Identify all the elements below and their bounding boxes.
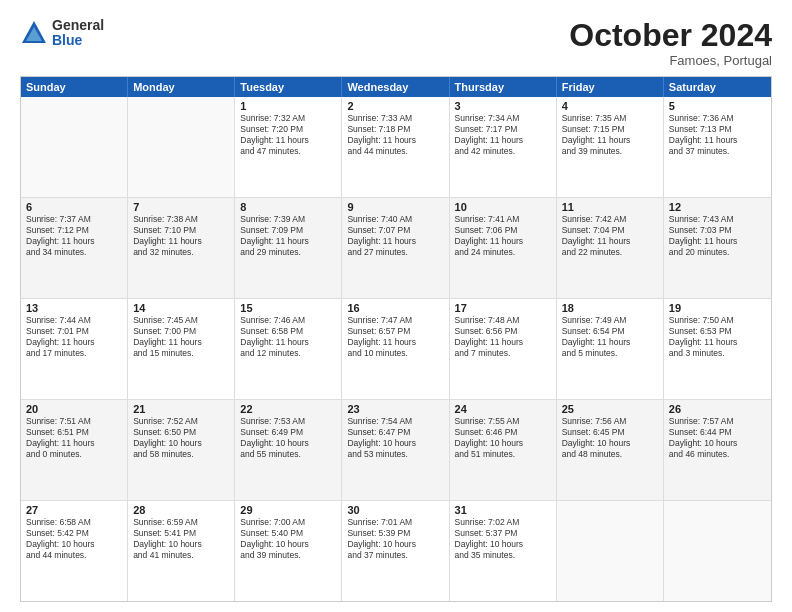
cell-line: Daylight: 10 hours xyxy=(133,539,229,550)
calendar-row: 6Sunrise: 7:37 AMSunset: 7:12 PMDaylight… xyxy=(21,197,771,298)
cell-line: and 37 minutes. xyxy=(669,146,766,157)
calendar-cell: 16Sunrise: 7:47 AMSunset: 6:57 PMDayligh… xyxy=(342,299,449,399)
cell-line: Daylight: 10 hours xyxy=(240,539,336,550)
calendar-cell: 9Sunrise: 7:40 AMSunset: 7:07 PMDaylight… xyxy=(342,198,449,298)
day-number: 7 xyxy=(133,201,229,213)
day-number: 26 xyxy=(669,403,766,415)
cell-line: and 55 minutes. xyxy=(240,449,336,460)
header-day: Monday xyxy=(128,77,235,97)
day-number: 21 xyxy=(133,403,229,415)
day-number: 6 xyxy=(26,201,122,213)
cell-line: Daylight: 10 hours xyxy=(455,539,551,550)
calendar-cell: 1Sunrise: 7:32 AMSunset: 7:20 PMDaylight… xyxy=(235,97,342,197)
calendar-cell: 5Sunrise: 7:36 AMSunset: 7:13 PMDaylight… xyxy=(664,97,771,197)
cell-line: Sunset: 6:53 PM xyxy=(669,326,766,337)
cell-line: Daylight: 10 hours xyxy=(347,438,443,449)
cell-line: Sunset: 6:49 PM xyxy=(240,427,336,438)
cell-line: and 44 minutes. xyxy=(347,146,443,157)
calendar-cell: 28Sunrise: 6:59 AMSunset: 5:41 PMDayligh… xyxy=(128,501,235,601)
logo-text: General Blue xyxy=(52,18,104,49)
calendar-cell xyxy=(21,97,128,197)
cell-line: and 12 minutes. xyxy=(240,348,336,359)
day-number: 16 xyxy=(347,302,443,314)
logo-blue: Blue xyxy=(52,33,104,48)
cell-line: and 32 minutes. xyxy=(133,247,229,258)
cell-line: Sunset: 7:17 PM xyxy=(455,124,551,135)
calendar-cell: 19Sunrise: 7:50 AMSunset: 6:53 PMDayligh… xyxy=(664,299,771,399)
day-number: 14 xyxy=(133,302,229,314)
day-number: 24 xyxy=(455,403,551,415)
calendar-row: 20Sunrise: 7:51 AMSunset: 6:51 PMDayligh… xyxy=(21,399,771,500)
cell-line: and 39 minutes. xyxy=(240,550,336,561)
day-number: 12 xyxy=(669,201,766,213)
calendar-cell: 22Sunrise: 7:53 AMSunset: 6:49 PMDayligh… xyxy=(235,400,342,500)
cell-line: Sunrise: 7:39 AM xyxy=(240,214,336,225)
cell-line: Sunrise: 7:01 AM xyxy=(347,517,443,528)
cell-line: Daylight: 11 hours xyxy=(562,236,658,247)
calendar-row: 13Sunrise: 7:44 AMSunset: 7:01 PMDayligh… xyxy=(21,298,771,399)
cell-line: and 0 minutes. xyxy=(26,449,122,460)
calendar-cell: 31Sunrise: 7:02 AMSunset: 5:37 PMDayligh… xyxy=(450,501,557,601)
cell-line: Daylight: 10 hours xyxy=(455,438,551,449)
calendar-cell: 4Sunrise: 7:35 AMSunset: 7:15 PMDaylight… xyxy=(557,97,664,197)
cell-line: and 17 minutes. xyxy=(26,348,122,359)
day-number: 27 xyxy=(26,504,122,516)
cell-line: Sunrise: 7:45 AM xyxy=(133,315,229,326)
cell-line: Daylight: 11 hours xyxy=(669,135,766,146)
cell-line: Sunset: 6:46 PM xyxy=(455,427,551,438)
calendar-cell: 15Sunrise: 7:46 AMSunset: 6:58 PMDayligh… xyxy=(235,299,342,399)
cell-line: and 48 minutes. xyxy=(562,449,658,460)
calendar-cell: 18Sunrise: 7:49 AMSunset: 6:54 PMDayligh… xyxy=(557,299,664,399)
month-title: October 2024 xyxy=(569,18,772,53)
cell-line: Sunrise: 7:34 AM xyxy=(455,113,551,124)
calendar-cell: 14Sunrise: 7:45 AMSunset: 7:00 PMDayligh… xyxy=(128,299,235,399)
day-number: 25 xyxy=(562,403,658,415)
day-number: 1 xyxy=(240,100,336,112)
cell-line: Sunset: 6:57 PM xyxy=(347,326,443,337)
calendar-cell: 26Sunrise: 7:57 AMSunset: 6:44 PMDayligh… xyxy=(664,400,771,500)
cell-line: Sunset: 6:56 PM xyxy=(455,326,551,337)
cell-line: Daylight: 11 hours xyxy=(347,236,443,247)
cell-line: Sunset: 6:45 PM xyxy=(562,427,658,438)
day-number: 5 xyxy=(669,100,766,112)
title-block: October 2024 Famoes, Portugal xyxy=(569,18,772,68)
calendar-cell: 12Sunrise: 7:43 AMSunset: 7:03 PMDayligh… xyxy=(664,198,771,298)
cell-line: and 41 minutes. xyxy=(133,550,229,561)
day-number: 20 xyxy=(26,403,122,415)
cell-line: Sunset: 7:18 PM xyxy=(347,124,443,135)
cell-line: Sunrise: 7:55 AM xyxy=(455,416,551,427)
cell-line: Sunset: 6:44 PM xyxy=(669,427,766,438)
logo-general: General xyxy=(52,18,104,33)
cell-line: Sunrise: 7:37 AM xyxy=(26,214,122,225)
calendar-cell: 17Sunrise: 7:48 AMSunset: 6:56 PMDayligh… xyxy=(450,299,557,399)
cell-line: and 37 minutes. xyxy=(347,550,443,561)
header-day: Tuesday xyxy=(235,77,342,97)
cell-line: Sunset: 7:07 PM xyxy=(347,225,443,236)
cell-line: Sunset: 7:06 PM xyxy=(455,225,551,236)
day-number: 23 xyxy=(347,403,443,415)
cell-line: and 15 minutes. xyxy=(133,348,229,359)
cell-line: Daylight: 10 hours xyxy=(562,438,658,449)
cell-line: and 3 minutes. xyxy=(669,348,766,359)
cell-line: Sunrise: 7:44 AM xyxy=(26,315,122,326)
cell-line: and 44 minutes. xyxy=(26,550,122,561)
cell-line: Sunset: 5:37 PM xyxy=(455,528,551,539)
calendar-cell: 27Sunrise: 6:58 AMSunset: 5:42 PMDayligh… xyxy=(21,501,128,601)
day-number: 22 xyxy=(240,403,336,415)
day-number: 15 xyxy=(240,302,336,314)
logo-icon xyxy=(20,19,48,47)
day-number: 17 xyxy=(455,302,551,314)
location: Famoes, Portugal xyxy=(569,53,772,68)
cell-line: and 39 minutes. xyxy=(562,146,658,157)
cell-line: Sunset: 7:20 PM xyxy=(240,124,336,135)
cell-line: Sunrise: 7:02 AM xyxy=(455,517,551,528)
cell-line: Sunset: 5:41 PM xyxy=(133,528,229,539)
cell-line: and 42 minutes. xyxy=(455,146,551,157)
calendar-cell: 20Sunrise: 7:51 AMSunset: 6:51 PMDayligh… xyxy=(21,400,128,500)
cell-line: Sunrise: 7:00 AM xyxy=(240,517,336,528)
cell-line: Sunrise: 7:49 AM xyxy=(562,315,658,326)
cell-line: Daylight: 10 hours xyxy=(347,539,443,550)
cell-line: and 46 minutes. xyxy=(669,449,766,460)
cell-line: Sunrise: 7:50 AM xyxy=(669,315,766,326)
cell-line: Sunset: 7:01 PM xyxy=(26,326,122,337)
